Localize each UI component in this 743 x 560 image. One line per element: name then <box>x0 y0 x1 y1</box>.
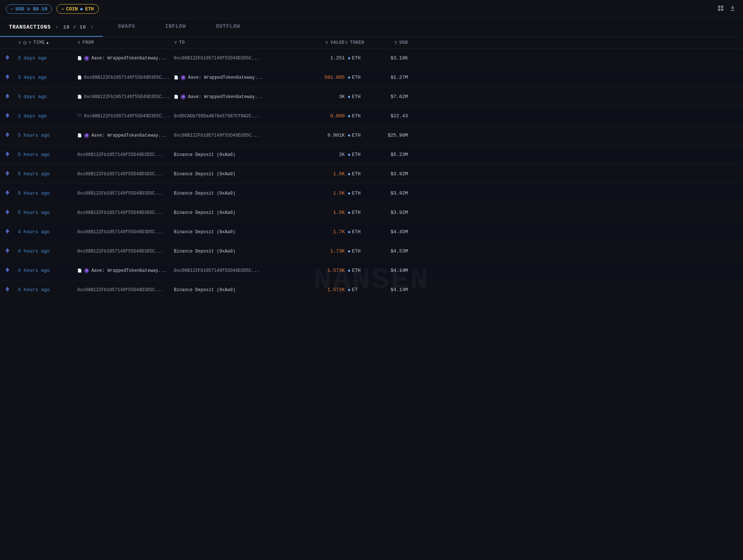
transaction-time: 5 hours ago <box>18 191 77 196</box>
transaction-value: 0.009 <box>300 113 345 119</box>
eth-chain-icon <box>4 74 18 81</box>
from-address[interactable]: 🛡 0xc08B122Fb1057149f55D49D3D5C... <box>77 113 174 119</box>
token-name-text: ETH <box>352 229 360 235</box>
from-address[interactable]: 0xc08B122Fb1057149f55D49D3D5C... <box>77 210 174 215</box>
to-address[interactable]: 0xc08B122Fb1057149f55D49D3D5C... <box>174 133 300 138</box>
usd-filter-chip[interactable]: ✕ USD ≥ $0.10 <box>6 4 52 14</box>
token-name-text: ETH <box>352 268 360 273</box>
page-next-arrow[interactable]: › <box>89 23 95 31</box>
table-row[interactable]: 3 days ago 📄 0xc08B122Fb1057149f55D49D3D… <box>0 87 743 107</box>
tab-outflow[interactable]: OUTFLOW <box>201 18 255 37</box>
col-time-header[interactable]: TIME ▲ <box>18 40 77 45</box>
col-from-header[interactable]: FROM <box>77 40 174 45</box>
from-address[interactable]: 📄 Aave: WrappedTokenGateway... <box>77 133 174 138</box>
transaction-token: ◆ ETH <box>345 268 374 273</box>
table-header: TIME ▲ FROM TO VALUE TOKEN <box>0 37 743 49</box>
coin-filter-eth: ETH <box>85 6 94 12</box>
table-row[interactable]: 5 hours ago 📄 Aave: WrappedTokenGateway.… <box>0 126 743 145</box>
to-address[interactable]: 📄 Aave: WrappedTokenGateway... <box>174 75 300 80</box>
page-prev-arrow[interactable]: ‹ <box>54 23 60 31</box>
to-address[interactable]: 📄 Aave: WrappedTokenGateway... <box>174 94 300 100</box>
transaction-token: ◆ ETH <box>345 171 374 177</box>
usd-filter-icon <box>394 41 398 45</box>
eth-chain-icon <box>4 190 18 197</box>
transaction-time: 5 hours ago <box>18 210 77 215</box>
from-address-text: 0xc08B122Fb1057149f55D49D3D5C... <box>77 210 163 215</box>
from-address[interactable]: 0xc08B122Fb1057149f55D49D3D5C... <box>77 249 174 254</box>
token-diamond-icon: ◆ <box>348 248 350 254</box>
usd-filter-remove[interactable]: ✕ <box>11 7 13 12</box>
from-address[interactable]: 0xc08B122Fb1057149f55D49D3D5C... <box>77 287 174 293</box>
table-row[interactable]: 5 hours ago 0xc08B122Fb1057149f55D49D3D5… <box>0 165 743 184</box>
doc-icon: 📄 <box>174 75 178 80</box>
transaction-token: ◆ ETH <box>345 152 374 157</box>
to-address[interactable]: Binance Deposit (0xAa0) <box>174 210 300 215</box>
table-row[interactable]: 4 hours ago 0xc08B122Fb1057149f55D49D3D5… <box>0 222 743 242</box>
to-named: Binance Deposit (0xAa0) <box>174 152 236 157</box>
table-row[interactable]: 2 days ago 🛡 0xc08B122Fb1057149f55D49D3D… <box>0 107 743 126</box>
transaction-time: 5 hours ago <box>18 152 77 157</box>
token-diamond-icon: ◆ <box>348 268 350 273</box>
tab-inflow[interactable]: INFLOW <box>150 18 201 37</box>
col-usd-header[interactable]: USD <box>374 40 408 45</box>
to-address[interactable]: 0xc08B122Fb1057149f55D49D3D5C... <box>174 56 300 61</box>
table-row[interactable]: 5 hours ago 0xc08B122Fb1057149f55D49D3D5… <box>0 203 743 222</box>
token-diamond-icon: ◆ <box>348 287 350 293</box>
table-row[interactable]: 4 hours ago 0xc08B122Fb1057149f55D49D3D5… <box>0 280 743 300</box>
eth-chain-icon <box>4 113 18 120</box>
table-row[interactable]: 5 hours ago 0xc08B122Fb1057149f55D49D3D5… <box>0 184 743 203</box>
transaction-value: 1.572K <box>300 287 345 293</box>
token-diamond-icon: ◆ <box>348 171 350 177</box>
to-named: Binance Deposit (0xAa0) <box>174 191 236 196</box>
table-row[interactable]: 4 hours ago 0xc08B122Fb1057149f55D49D3D5… <box>0 242 743 261</box>
to-address[interactable]: Binance Deposit (0xAa0) <box>174 172 300 177</box>
from-address-text: 0xc08B122Fb1057149f55D49D3D5C... <box>77 191 163 196</box>
table-row[interactable]: 3 days ago 📄 Aave: WrappedTokenGateway..… <box>0 49 743 68</box>
download-button[interactable] <box>728 4 737 14</box>
from-address[interactable]: 📄 Aave: WrappedTokenGateway... <box>77 268 174 273</box>
from-address[interactable]: 0xc08B122Fb1057149f55D49D3D5C... <box>77 229 174 235</box>
eth-chain-icon <box>4 267 18 274</box>
col-to-header[interactable]: TO <box>174 40 300 45</box>
col-value-header[interactable]: VALUE <box>300 40 345 45</box>
from-address[interactable]: 0xc08B122Fb1057149f55D49D3D5C... <box>77 172 174 177</box>
nav-tabs: TRANSACTIONS ‹ 10 / 10 › SWAPS INFLOW OU… <box>0 18 743 37</box>
tab-swaps[interactable]: SWAPS <box>103 18 150 37</box>
col-to-label: TO <box>179 40 185 45</box>
to-address[interactable]: Binance Deposit (0xAa0) <box>174 191 300 196</box>
transaction-value: 1.251 <box>300 55 345 61</box>
coin-filter-chip[interactable]: ✕ COIN ◆ ETH <box>56 4 98 14</box>
transaction-token: ◆ ETH <box>345 113 374 119</box>
to-address[interactable]: Binance Deposit (0xAa0) <box>174 229 300 235</box>
shield-icon: 🛡 <box>77 113 82 119</box>
to-address-text: 0xc08B122Fb1057149f55D49D3D5C... <box>174 133 259 138</box>
sort-asc-icon: ▲ <box>46 41 49 45</box>
to-address[interactable]: 0x8DCADb799Da4B78e57987Cf8A2C... <box>174 114 300 119</box>
to-named: Aave: WrappedTokenGateway... <box>188 94 263 100</box>
table-row[interactable]: 3 days ago 📄 0xc08B122Fb1057149f55D49D3D… <box>0 68 743 87</box>
transaction-time: 4 hours ago <box>18 248 77 254</box>
to-address[interactable]: 0xc08B122Fb1057149f55D49D3D5C... <box>174 268 300 273</box>
top-right-actions <box>716 4 737 14</box>
from-address[interactable]: 📄 0xc08B122Fb1057149f55D49D3D5C... <box>77 75 174 80</box>
from-address[interactable]: 📄 0xc08B122Fb1057149f55D49D3D5C... <box>77 94 174 100</box>
table-row[interactable]: 4 hours ago 📄 Aave: WrappedTokenGateway.… <box>0 261 743 280</box>
to-address[interactable]: Binance Deposit (0xAa0) <box>174 287 300 293</box>
from-address[interactable]: 0xc08B122Fb1057149f55D49D3D5C... <box>77 152 174 157</box>
tab-transactions[interactable]: TRANSACTIONS ‹ 10 / 10 › <box>0 18 103 37</box>
from-address[interactable]: 0xc08B122Fb1057149f55D49D3D5C... <box>77 191 174 196</box>
col-token-header[interactable]: TOKEN <box>345 40 374 45</box>
transaction-token: ◆ ETH <box>345 94 374 100</box>
table-row[interactable]: 5 hours ago 0xc08B122Fb1057149f55D49D3D5… <box>0 145 743 165</box>
from-address[interactable]: 📄 Aave: WrappedTokenGateway... <box>77 56 174 61</box>
grid-view-button[interactable] <box>716 4 725 14</box>
transaction-usd: $1.27M <box>374 75 408 80</box>
transaction-usd: $3.18K <box>374 55 408 61</box>
to-address[interactable]: Binance Deposit (0xAa0) <box>174 152 300 157</box>
svg-rect-3 <box>721 9 723 11</box>
coin-filter-remove[interactable]: ✕ <box>61 7 64 12</box>
eth-chain-icon <box>4 93 18 101</box>
eth-chain-icon <box>4 55 18 62</box>
to-address[interactable]: Binance Deposit (0xAa0) <box>174 249 300 254</box>
from-named: Aave: WrappedTokenGateway... <box>91 56 166 61</box>
